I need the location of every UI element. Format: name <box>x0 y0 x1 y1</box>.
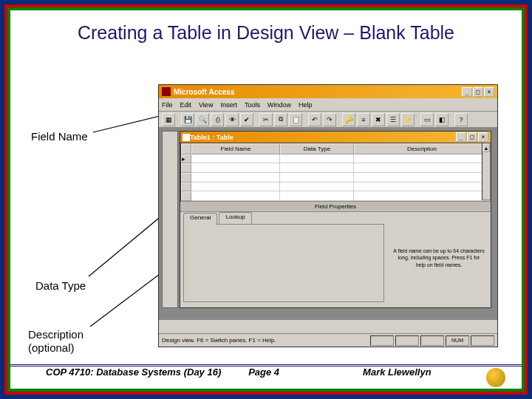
field-name-cell[interactable] <box>191 154 280 164</box>
footer-course: COP 4710: Database Systems (Day 16) <box>46 366 248 378</box>
description-cell[interactable] <box>354 154 490 164</box>
key-icon[interactable]: 🔑 <box>342 113 355 126</box>
footer-page: Page 4 <box>248 366 363 378</box>
app-title: Microsoft Access <box>174 88 461 96</box>
spell-icon[interactable]: ✔ <box>240 113 253 126</box>
minimize-button[interactable]: _ <box>462 87 472 97</box>
help-icon[interactable]: ? <box>454 113 468 126</box>
copy-icon[interactable]: ⧉ <box>274 113 287 126</box>
field-properties-label: Field Properties <box>180 202 491 211</box>
field-properties-pane: General Lookup A field name can be up to… <box>180 211 491 304</box>
menu-insert[interactable]: Insert <box>220 101 237 109</box>
tab-lookup[interactable]: Lookup <box>219 212 251 224</box>
description-cell[interactable] <box>354 163 490 173</box>
menu-window[interactable]: Window <box>267 101 291 109</box>
properties-body[interactable] <box>183 224 384 302</box>
access-key-icon <box>162 87 171 96</box>
app-titlebar[interactable]: Microsoft Access _ □ × <box>159 85 497 98</box>
table-titlebar[interactable]: Table1 : Table _ □ × <box>180 132 491 143</box>
slide-body: Creating a Table in Design View – Blank … <box>10 10 522 389</box>
data-type-cell[interactable] <box>280 154 354 164</box>
table-row: ▸ <box>181 154 490 164</box>
view-icon[interactable]: ▦ <box>162 113 175 126</box>
row-selector[interactable] <box>181 173 191 183</box>
cut-icon[interactable]: ✂ <box>259 113 273 126</box>
properties-tabs-area: General Lookup <box>180 212 387 304</box>
description-cell[interactable] <box>354 191 490 201</box>
annotation-data-type: Data Type <box>35 279 86 292</box>
database-window-edge[interactable] <box>162 131 178 308</box>
properties-help-pane: A field name can be up to 64 characters … <box>387 212 491 304</box>
paste-icon[interactable]: 📋 <box>289 113 302 126</box>
row-selector[interactable]: ▸ <box>181 154 191 164</box>
footer-divider <box>10 364 522 365</box>
table-row <box>181 163 490 173</box>
menu-bar: File Edit View Insert Tools Window Help <box>159 98 497 112</box>
description-cell[interactable] <box>354 173 490 183</box>
data-type-cell[interactable] <box>280 191 354 201</box>
close-button[interactable]: × <box>484 87 494 97</box>
design-grid: Field Name Data Type Description ▸ <box>180 143 491 202</box>
sub-minimize-button[interactable]: _ <box>456 132 466 142</box>
footer-author: Mark Llewellyn <box>363 366 486 378</box>
toolbar: ▦ 💾 🔍 ⎙ 👁 ✔ ✂ ⧉ 📋 ↶ ↷ 🔑 ≡ ✖ ☰ ⚡ ▭ ◧ ? <box>159 112 497 128</box>
build-icon[interactable]: ⚡ <box>401 113 415 126</box>
column-header-description[interactable]: Description <box>354 143 490 154</box>
tab-general[interactable]: General <box>183 213 217 225</box>
properties-tabs: General Lookup <box>180 212 387 224</box>
menu-view[interactable]: View <box>199 101 213 109</box>
grid-scrollbar[interactable]: ▲ <box>482 143 491 200</box>
sub-close-button[interactable]: × <box>478 132 488 142</box>
access-app-window: Microsoft Access _ □ × File Edit View In… <box>158 84 498 347</box>
status-cell <box>395 335 419 346</box>
data-type-cell[interactable] <box>280 183 354 192</box>
annotation-field-name: Field Name <box>31 130 88 143</box>
table-row <box>181 191 490 201</box>
undo-icon[interactable]: ↶ <box>308 113 321 126</box>
field-name-cell[interactable] <box>191 191 280 201</box>
menu-tools[interactable]: Tools <box>245 101 260 109</box>
maximize-button[interactable]: □ <box>473 87 483 97</box>
delete-row-icon[interactable]: ✖ <box>372 113 385 126</box>
properties-icon[interactable]: ☰ <box>386 113 400 126</box>
slide-title: Creating a Table in Design View – Blank … <box>10 22 522 44</box>
row-selector[interactable] <box>181 191 191 201</box>
preview-icon[interactable]: 👁 <box>225 113 239 126</box>
help-text: A field name can be up to 64 characters … <box>393 248 485 267</box>
db-window-icon[interactable]: ▭ <box>420 113 434 126</box>
description-cell[interactable] <box>354 183 490 192</box>
status-bar: Design view. F6 = Switch panes. F1 = Hel… <box>159 333 497 347</box>
redo-icon[interactable]: ↷ <box>323 113 336 126</box>
code-icon[interactable]: ◧ <box>435 113 449 126</box>
annotation-description: Description (optional) <box>28 328 83 355</box>
menu-edit[interactable]: Edit <box>180 101 192 109</box>
row-selector[interactable] <box>181 183 191 192</box>
table-design-window: Table1 : Table _ □ × Field Name Data Typ… <box>180 131 491 308</box>
table-title: Table1 : Table <box>190 134 455 141</box>
data-type-cell[interactable] <box>280 173 354 183</box>
field-name-cell[interactable] <box>191 173 280 183</box>
print-icon[interactable]: ⎙ <box>211 113 224 126</box>
status-text: Design view. F6 = Switch panes. F1 = Hel… <box>162 337 369 344</box>
column-header-field-name[interactable]: Field Name <box>191 143 280 154</box>
field-name-cell[interactable] <box>191 163 280 173</box>
grid-header: Field Name Data Type Description <box>181 143 490 154</box>
row-selector-header <box>181 143 191 154</box>
sub-maximize-button[interactable]: □ <box>467 132 477 142</box>
row-selector[interactable] <box>181 163 191 173</box>
column-header-data-type[interactable]: Data Type <box>280 143 354 154</box>
scroll-up-icon[interactable]: ▲ <box>482 143 490 152</box>
menu-help[interactable]: Help <box>299 101 313 109</box>
data-type-cell[interactable] <box>280 163 354 173</box>
save-icon[interactable]: 💾 <box>181 113 194 126</box>
insert-row-icon[interactable]: ≡ <box>357 113 370 126</box>
table-row <box>181 173 490 183</box>
menu-file[interactable]: File <box>162 101 173 109</box>
status-cell <box>370 335 394 346</box>
table-row <box>181 183 490 192</box>
status-cell <box>420 335 444 346</box>
field-name-cell[interactable] <box>191 183 280 192</box>
status-num: NUM <box>446 335 469 346</box>
table-icon <box>183 134 190 141</box>
search-icon[interactable]: 🔍 <box>196 113 209 126</box>
